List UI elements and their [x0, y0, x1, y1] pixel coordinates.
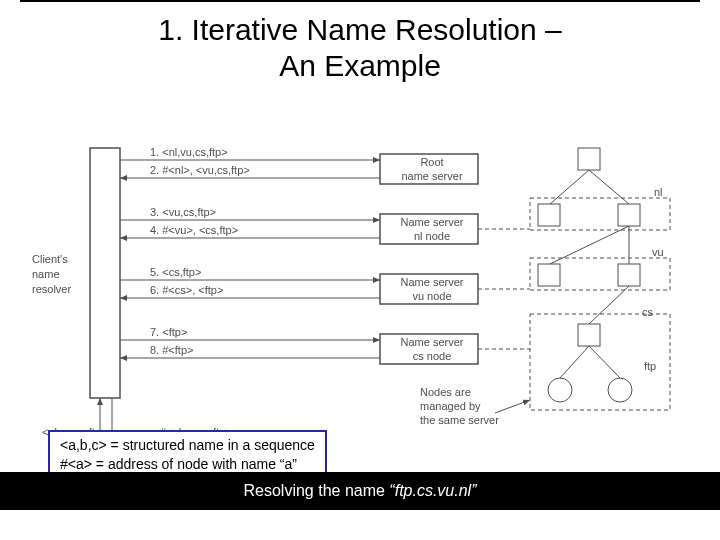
- step2-label: 2. #<nl>, <vu,cs,ftp>: [150, 164, 250, 176]
- step6-label: 6. #<cs>, <ftp>: [150, 284, 223, 296]
- right-vu-label: vu: [652, 246, 664, 258]
- root-server-l2: name server: [401, 170, 462, 182]
- footer-quote: “ftp.cs.vu.nl”: [389, 482, 476, 499]
- footer-bar: Resolving the name “ftp.cs.vu.nl”: [0, 472, 720, 510]
- svg-point-30: [548, 378, 572, 402]
- title-line-2: An Example: [279, 49, 441, 82]
- ns-vu-l1: Name server: [401, 276, 464, 288]
- nodes-note-3: the same server: [420, 414, 499, 426]
- slide-title: 1. Iterative Name Resolution – An Exampl…: [0, 2, 720, 92]
- ns-nl-l2: nl node: [414, 230, 450, 242]
- title-line-1: 1. Iterative Name Resolution –: [158, 13, 562, 46]
- svg-line-36: [495, 400, 530, 413]
- client-label-2: name: [32, 268, 60, 280]
- ns-cs-l2: cs node: [413, 350, 452, 362]
- step5-label: 5. <cs,ftp>: [150, 266, 201, 278]
- step1-label: 1. <nl,vu,cs,ftp>: [150, 146, 228, 158]
- resolution-diagram: Client's name resolver Root name server …: [30, 138, 690, 448]
- svg-rect-26: [530, 258, 670, 290]
- right-ftp-label: ftp: [644, 360, 656, 372]
- svg-line-18: [550, 170, 589, 204]
- svg-rect-16: [538, 204, 560, 226]
- svg-rect-28: [578, 324, 600, 346]
- svg-rect-17: [618, 204, 640, 226]
- ns-cs-l1: Name server: [401, 336, 464, 348]
- svg-rect-0: [90, 148, 120, 398]
- nodes-note-2: managed by: [420, 400, 481, 412]
- svg-line-33: [589, 346, 620, 378]
- step3-label: 3. <vu,cs,ftp>: [150, 206, 216, 218]
- client-label-1: Client's: [32, 253, 68, 265]
- svg-rect-22: [538, 264, 560, 286]
- right-nl-label: nl: [654, 186, 663, 198]
- ns-vu-l2: vu node: [412, 290, 451, 302]
- step7-label: 7. <ftp>: [150, 326, 187, 338]
- legend-line-1: <a,b,c> = structured name in a sequence: [60, 436, 315, 455]
- step4-label: 4. #<vu>, <cs,ftp>: [150, 224, 238, 236]
- svg-rect-23: [618, 264, 640, 286]
- svg-line-19: [589, 170, 629, 204]
- svg-point-31: [608, 378, 632, 402]
- svg-line-32: [560, 346, 589, 378]
- footer-prefix: Resolving the name: [244, 482, 390, 499]
- legend-line-2: #<a> = address of node with name “a”: [60, 455, 315, 474]
- nodes-note-1: Nodes are: [420, 386, 471, 398]
- ns-nl-l1: Name server: [401, 216, 464, 228]
- root-server-l1: Root: [420, 156, 443, 168]
- client-label-3: resolver: [32, 283, 71, 295]
- svg-rect-15: [578, 148, 600, 170]
- right-cs-label: cs: [642, 306, 654, 318]
- svg-line-29: [589, 286, 629, 324]
- step8-label: 8. #<ftp>: [150, 344, 193, 356]
